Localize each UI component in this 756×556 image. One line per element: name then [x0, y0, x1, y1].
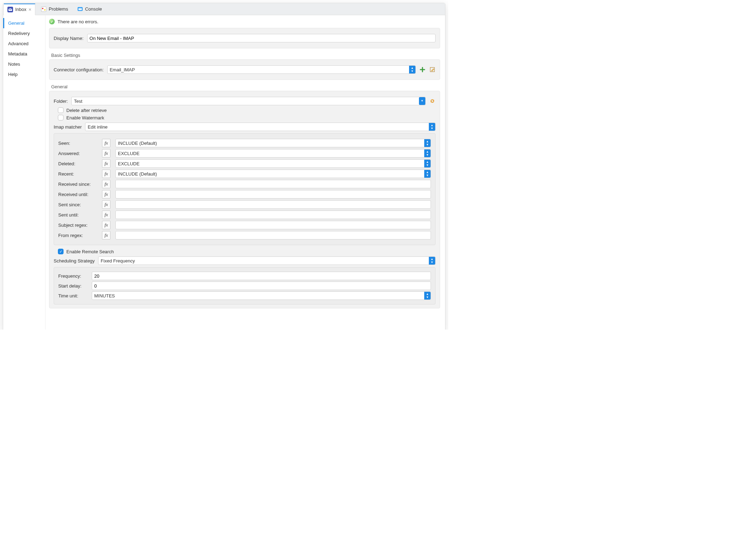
fx-button[interactable]: fx [102, 231, 110, 239]
fx-button[interactable]: fx [102, 200, 110, 209]
nav-advanced[interactable]: Advanced [3, 39, 45, 49]
folder-label: Folder: [54, 99, 68, 104]
dropdown-arrow-icon: ▲▼ [429, 123, 435, 131]
fx-button[interactable]: fx [102, 170, 110, 178]
dropdown-arrow-icon: ▲▼ [424, 139, 431, 147]
enable-remote-search-label: Enable Remote Search [66, 249, 114, 254]
delete-after-checkbox[interactable] [58, 107, 64, 113]
tab-console[interactable]: Console [74, 3, 106, 15]
side-nav: General Redelivery Advanced Metadata Not… [3, 15, 46, 330]
edit-icon[interactable] [429, 66, 436, 73]
from-regex-label: From regex: [58, 233, 97, 238]
sent-since-label: Sent since: [58, 202, 97, 207]
display-name-input[interactable] [87, 34, 436, 42]
console-icon [77, 6, 83, 12]
status-text: There are no errors. [58, 19, 98, 24]
nav-notes[interactable]: Notes [3, 59, 45, 69]
imap-matcher-panel: Seen: fx INCLUDE (Default) ▲▼ Answered: … [54, 133, 436, 245]
seen-label: Seen: [58, 141, 97, 146]
subject-regex-label: Subject regex: [58, 223, 97, 228]
basic-settings-title: Basic Settings [51, 53, 440, 58]
dropdown-arrow-icon: ▲▼ [424, 170, 431, 178]
nav-general[interactable]: General [3, 18, 45, 28]
tab-label: Console [85, 6, 102, 12]
general-section-title: General [51, 84, 440, 89]
enable-watermark-label: Enable Watermark [66, 115, 104, 120]
sent-since-input[interactable] [115, 200, 431, 209]
fx-button[interactable]: fx [102, 211, 110, 219]
dropdown-arrow-icon: ▲▼ [424, 160, 431, 167]
start-delay-input[interactable] [92, 282, 431, 290]
dropdown-arrow-icon: ▲▼ [429, 257, 435, 265]
dropdown-arrow-icon: ▲▼ [424, 292, 431, 300]
tab-label: Inbox [15, 7, 26, 12]
imap-matcher-value: Edit inline [88, 124, 107, 130]
connector-value: Email_IMAP [110, 67, 135, 72]
seen-select[interactable]: INCLUDE (Default) ▲▼ [115, 139, 431, 147]
svg-rect-2 [41, 7, 46, 12]
enable-remote-search-checkbox[interactable]: ✓ [58, 249, 64, 254]
time-unit-select[interactable]: MINUTES ▲▼ [92, 291, 431, 300]
time-unit-label: Time unit: [58, 293, 88, 298]
received-since-label: Received since: [58, 182, 97, 187]
svg-point-3 [42, 8, 43, 9]
sent-until-label: Sent until: [58, 212, 97, 218]
connector-label: Connector configuration: [54, 67, 104, 72]
connector-select[interactable]: Email_IMAP ▲▼ [107, 65, 416, 74]
scheduling-panel: Frequency: Start delay: Time unit: MINUT… [54, 267, 436, 304]
ok-icon: ✓ [49, 19, 55, 24]
received-until-label: Received until: [58, 192, 97, 197]
recent-select[interactable]: INCLUDE (Default) ▲▼ [115, 170, 431, 178]
dropdown-arrow-icon: ▲▼ [424, 149, 431, 157]
fx-button[interactable]: fx [102, 180, 110, 188]
imap-matcher-label: Imap matcher [54, 124, 82, 130]
fx-button[interactable]: fx [102, 139, 110, 147]
received-until-input[interactable] [115, 190, 431, 199]
fx-button[interactable]: fx [102, 221, 110, 229]
tab-bar: Inbox × Problems Console [3, 3, 445, 15]
imap-matcher-select[interactable]: Edit inline ▲▼ [85, 123, 436, 131]
nav-metadata[interactable]: Metadata [3, 49, 45, 59]
sent-until-input[interactable] [115, 211, 431, 219]
status-row: ✓ There are no errors. [49, 19, 440, 24]
svg-point-4 [44, 9, 46, 11]
start-delay-label: Start delay: [58, 283, 88, 289]
subject-regex-input[interactable] [115, 221, 431, 229]
delete-after-label: Delete after retrieve [66, 108, 107, 113]
nav-redelivery[interactable]: Redelivery [3, 28, 45, 39]
tab-problems[interactable]: Problems [37, 3, 72, 15]
tab-inbox[interactable]: Inbox × [4, 4, 35, 15]
fx-button[interactable]: fx [102, 190, 110, 199]
content-pane: ✓ There are no errors. Display Name: Bas… [46, 15, 445, 330]
add-icon[interactable] [419, 66, 426, 73]
fx-button[interactable]: fx [102, 159, 110, 168]
received-since-input[interactable] [115, 180, 431, 188]
from-regex-input[interactable] [115, 231, 431, 239]
answered-label: Answered: [58, 151, 97, 156]
display-name-label: Display Name: [54, 36, 84, 41]
enable-watermark-checkbox[interactable] [58, 115, 64, 120]
scheduling-label: Scheduling Strategy [54, 258, 95, 264]
fx-button[interactable]: fx [102, 149, 110, 158]
folder-value: Test [74, 99, 82, 104]
recent-label: Recent: [58, 171, 97, 177]
refresh-icon[interactable] [429, 98, 436, 104]
answered-select[interactable]: EXCLUDE ▲▼ [115, 149, 431, 158]
svg-rect-7 [78, 8, 82, 8]
chevron-down-icon: ▼ [419, 97, 425, 105]
tab-label: Problems [49, 6, 68, 12]
deleted-label: Deleted: [58, 161, 97, 166]
problems-icon [41, 6, 47, 12]
inbox-icon [7, 7, 13, 12]
folder-select[interactable]: Test ▼ [71, 97, 426, 105]
nav-help[interactable]: Help [3, 69, 45, 79]
scheduling-select[interactable]: Fixed Frequency ▲▼ [98, 256, 436, 265]
dropdown-arrow-icon: ▲▼ [409, 66, 415, 73]
close-icon[interactable]: × [29, 7, 31, 12]
frequency-input[interactable] [92, 272, 431, 280]
frequency-label: Frequency: [58, 273, 88, 279]
deleted-select[interactable]: EXCLUDE ▲▼ [115, 159, 431, 168]
